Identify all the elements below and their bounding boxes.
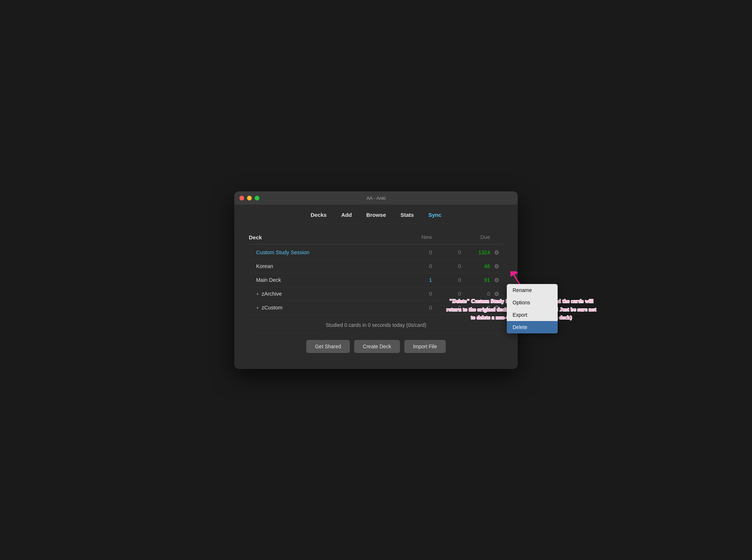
import-file-button[interactable]: Import File <box>404 340 446 353</box>
deck-due-custom-study: 1324 <box>461 249 490 255</box>
gear-main[interactable]: ⚙ <box>490 277 503 284</box>
menu-sync[interactable]: Sync <box>427 211 443 219</box>
main-content: Deck New Due Custom Study Session 0 0 13… <box>234 224 518 369</box>
header-due: Due <box>461 234 490 240</box>
gear-zarchive[interactable]: ⚙ <box>490 291 503 297</box>
deck-new-zarchive: 0 <box>403 291 432 297</box>
deck-lrn-zarchive: 0 <box>432 291 461 297</box>
context-menu: Rename Options Export Delete <box>507 284 558 333</box>
app-window: AA - Anki Decks Add Browse Stats Sync De… <box>234 191 518 369</box>
context-rename[interactable]: Rename <box>507 284 558 296</box>
minimize-button[interactable] <box>247 196 252 200</box>
deck-name-custom-study: Custom Study Session <box>249 249 403 255</box>
menubar: Decks Add Browse Stats Sync <box>234 205 518 224</box>
context-export[interactable]: Export <box>507 309 558 321</box>
context-options[interactable]: Options <box>507 296 558 309</box>
deck-due-zarchive: 0 <box>461 291 490 297</box>
deck-row-custom-study[interactable]: Custom Study Session 0 0 1324 ⚙ Rename O… <box>249 246 503 260</box>
bottom-buttons: Get Shared Create Deck Import File <box>249 334 503 362</box>
menu-browse[interactable]: Browse <box>365 211 387 219</box>
menu-decks[interactable]: Decks <box>309 211 328 219</box>
deck-new-korean: 0 <box>403 263 432 269</box>
deck-name-main: Main Deck <box>249 277 403 283</box>
deck-lrn-korean: 0 <box>432 263 461 269</box>
deck-due-korean: 46 <box>461 263 490 269</box>
deck-name-korean: Korean <box>249 263 403 269</box>
deck-name-zarchive: + zArchive <box>249 291 403 297</box>
deck-new-custom-study: 0 <box>403 249 432 255</box>
deck-numbers-main: 1 0 91 ⚙ <box>403 277 503 284</box>
header-numbers: New Due <box>403 234 503 240</box>
deck-new-main: 1 <box>403 277 432 283</box>
deck-row-korean[interactable]: Korean 0 0 46 ⚙ <box>249 260 503 273</box>
deck-numbers-custom-study: 0 0 1324 ⚙ <box>403 249 503 256</box>
table-header: Deck New Due <box>249 231 503 244</box>
header-new: New <box>403 234 432 240</box>
menu-add[interactable]: Add <box>340 211 353 219</box>
gear-custom-study[interactable]: ⚙ <box>490 249 503 256</box>
deck-row-main[interactable]: Main Deck 1 0 91 ⚙ <box>249 273 503 287</box>
header-deck: Deck <box>249 234 403 240</box>
deck-lrn-custom-study: 0 <box>432 249 461 255</box>
expand-zcustom[interactable]: + <box>256 305 260 311</box>
close-button[interactable] <box>239 196 244 200</box>
deck-numbers-korean: 0 0 46 ⚙ <box>403 263 503 270</box>
deck-due-main: 91 <box>461 277 490 283</box>
gear-korean[interactable]: ⚙ <box>490 263 503 270</box>
deck-numbers-zarchive: 0 0 0 ⚙ <box>403 291 503 297</box>
deck-lrn-main: 0 <box>432 277 461 283</box>
deck-new-zcustom: 0 <box>403 305 432 311</box>
titlebar: AA - Anki <box>234 191 518 205</box>
window-title: AA - Anki <box>367 195 386 201</box>
create-deck-button[interactable]: Create Deck <box>354 340 400 353</box>
maximize-button[interactable] <box>255 196 259 200</box>
traffic-lights <box>239 196 259 200</box>
deck-name-zcustom: + zCustom <box>249 305 403 311</box>
menu-stats[interactable]: Stats <box>399 211 416 219</box>
expand-zarchive[interactable]: + <box>256 291 260 297</box>
context-delete[interactable]: Delete <box>507 321 558 333</box>
get-shared-button[interactable]: Get Shared <box>306 340 350 353</box>
